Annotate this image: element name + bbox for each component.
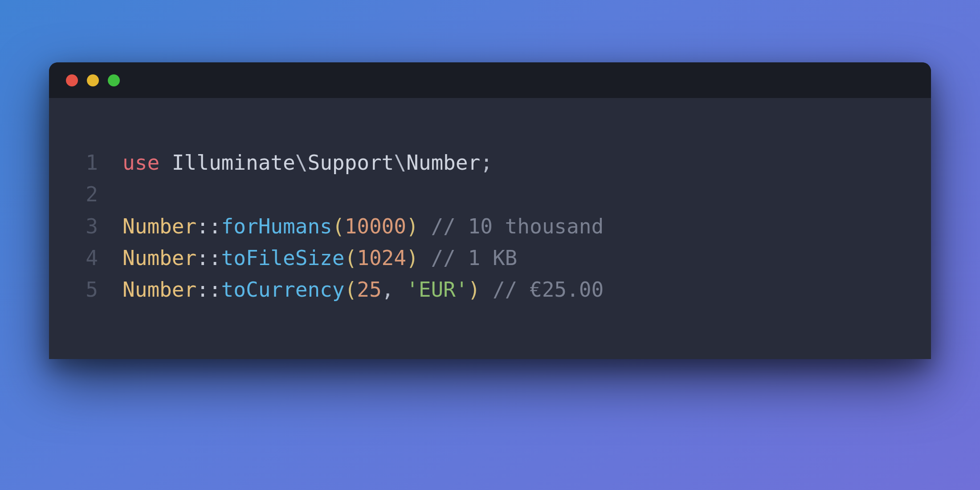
line-number: 1: [67, 147, 98, 179]
token-number: 10000: [345, 214, 406, 238]
token-class: Number: [122, 214, 196, 238]
code-content: Number::toCurrency(25, 'EUR') // €25.00: [122, 274, 604, 306]
token-number: 1024: [357, 246, 406, 270]
line-number: 5: [67, 274, 98, 306]
code-content: use Illuminate\Support\Number;: [122, 147, 493, 179]
token-paren: (: [345, 278, 357, 302]
code-content: Number::forHumans(10000) // 10 thousand: [122, 211, 604, 242]
token-namespace: Number: [406, 151, 480, 175]
token-space: [480, 278, 493, 302]
token-method: forHumans: [221, 214, 332, 238]
token-namespace: Support: [307, 151, 394, 175]
line-number: 2: [67, 179, 98, 210]
token-class: Number: [122, 246, 196, 270]
token-scope: ::: [196, 278, 221, 302]
token-keyword: use: [122, 151, 159, 175]
window-titlebar: [49, 62, 931, 98]
token-number: 25: [357, 278, 381, 302]
code-line: 4 Number::toFileSize(1024) // 1 KB: [67, 242, 913, 274]
token-class: Number: [122, 278, 196, 302]
token-paren: ): [406, 246, 419, 270]
token-comma: ,: [382, 278, 406, 302]
code-line: 1 use Illuminate\Support\Number;: [67, 147, 913, 179]
token-namespace: Illuminate: [172, 151, 295, 175]
code-window: 1 use Illuminate\Support\Number; 2 3 Num…: [49, 62, 931, 359]
token-scope: ::: [196, 214, 221, 238]
token-paren: (: [332, 214, 345, 238]
code-line: 2: [67, 179, 913, 210]
token-space: [159, 151, 172, 175]
token-comment: // 10 thousand: [431, 214, 604, 238]
token-space: [419, 214, 431, 238]
token-method: toFileSize: [221, 246, 345, 270]
token-backslash: \: [394, 151, 406, 175]
code-line: 5 Number::toCurrency(25, 'EUR') // €25.0…: [67, 274, 913, 306]
token-comment: // €25.00: [493, 278, 604, 302]
token-space: [419, 246, 431, 270]
close-icon[interactable]: [66, 74, 78, 86]
maximize-icon[interactable]: [108, 74, 120, 86]
minimize-icon[interactable]: [87, 74, 99, 86]
token-backslash: \: [295, 151, 308, 175]
code-content: Number::toFileSize(1024) // 1 KB: [122, 242, 517, 274]
token-comment: // 1 KB: [431, 246, 517, 270]
token-method: toCurrency: [221, 278, 345, 302]
line-number: 3: [67, 211, 98, 242]
token-paren: (: [345, 246, 357, 270]
token-scope: ::: [196, 246, 221, 270]
token-paren: ): [406, 214, 419, 238]
token-string: 'EUR': [406, 278, 468, 302]
code-line: 3 Number::forHumans(10000) // 10 thousan…: [67, 211, 913, 242]
token-semicolon: ;: [480, 151, 493, 175]
code-editor-body: 1 use Illuminate\Support\Number; 2 3 Num…: [49, 98, 931, 359]
token-paren: ): [468, 278, 480, 302]
line-number: 4: [67, 242, 98, 274]
